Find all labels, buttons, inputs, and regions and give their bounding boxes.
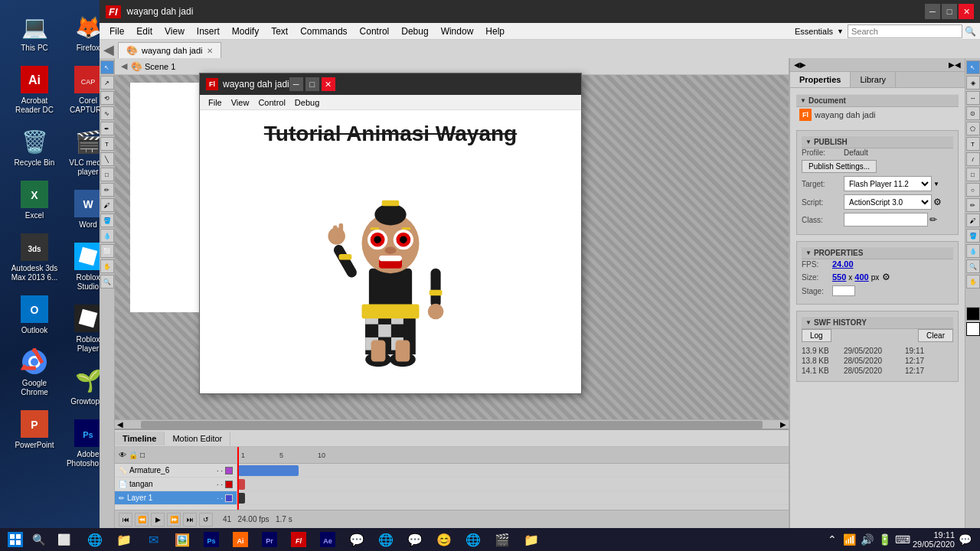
prev-menu-control[interactable]: Control xyxy=(253,96,289,109)
start-button[interactable] xyxy=(4,530,27,549)
right-tool-11[interactable]: 🖌 xyxy=(966,214,980,227)
layer-armature[interactable]: 🦴 Armature_6 · · xyxy=(115,464,237,478)
maximize-button[interactable]: □ xyxy=(942,4,957,19)
taskbar-media[interactable]: 🎬 xyxy=(488,530,516,549)
scroll-thumb[interactable] xyxy=(141,421,763,429)
layer-tangan[interactable]: 📄 tangan · · xyxy=(115,478,237,491)
taskbar-app-ps[interactable]: Ps xyxy=(198,530,225,549)
menu-edit[interactable]: Edit xyxy=(130,24,158,38)
go-to-end-button[interactable]: ⏭ xyxy=(183,513,197,527)
step-back-button[interactable]: ⏪ xyxy=(135,513,149,527)
script-select[interactable]: ActionScript 3.0 xyxy=(844,194,932,210)
taskbar-discord[interactable]: 💬 xyxy=(401,530,429,549)
size-width[interactable]: 550 xyxy=(832,272,846,282)
tangan-eye[interactable]: · xyxy=(217,481,219,488)
line-tool[interactable]: ╲ xyxy=(100,152,114,166)
playhead[interactable] xyxy=(237,447,239,510)
tab-close-button[interactable]: ✕ xyxy=(207,47,213,55)
tray-volume[interactable]: 🔊 xyxy=(860,530,875,549)
publish-settings-button[interactable]: Publish Settings... xyxy=(802,160,877,173)
right-tool-5[interactable]: ⬠ xyxy=(966,122,980,135)
timeline-frames[interactable]: 1 5 10 xyxy=(237,447,789,510)
right-tool-15[interactable]: ✋ xyxy=(966,275,980,289)
document-name-item[interactable]: Fl wayang dah jadi xyxy=(796,107,959,122)
brush-tool[interactable]: 🖌 xyxy=(100,198,114,212)
desktop-icon-this-pc[interactable]: 💻 This PC xyxy=(8,8,61,57)
frame-track-tangan[interactable] xyxy=(237,478,789,491)
tray-notification[interactable]: 💬 xyxy=(957,530,972,549)
right-tool-13[interactable]: 💧 xyxy=(966,244,980,258)
log-button[interactable]: Log xyxy=(802,329,831,342)
scroll-left[interactable]: ◀ xyxy=(115,420,126,429)
panel-expand-right-icon[interactable]: ▶◀ xyxy=(949,60,961,69)
taskbar-search-button[interactable]: 🔍 xyxy=(27,530,50,549)
lasso-tool[interactable]: ∿ xyxy=(100,106,114,120)
layer1-eye[interactable]: · xyxy=(217,494,219,502)
taskbar-browser-2[interactable]: 🌐 xyxy=(459,530,487,549)
tray-up-arrow[interactable]: ⌃ xyxy=(825,530,840,549)
menu-debug[interactable]: Debug xyxy=(395,24,434,38)
foreground-color[interactable] xyxy=(966,307,980,321)
preview-close[interactable]: ✕ xyxy=(322,77,335,91)
taskbar-app-ae[interactable]: Ae xyxy=(314,530,341,549)
loop-button[interactable]: ↺ xyxy=(199,513,213,527)
right-tool-12[interactable]: 🪣 xyxy=(966,229,980,243)
play-button[interactable]: ▶ xyxy=(151,513,165,527)
eraser-tool[interactable]: ⬜ xyxy=(100,244,114,258)
script-settings-icon[interactable]: ⚙ xyxy=(933,197,942,207)
text-tool[interactable]: T xyxy=(100,137,114,151)
desktop-icon-autodesk[interactable]: 3ds Autodesk 3dsMax 2013 6... xyxy=(8,228,61,286)
preview-minimize[interactable]: ─ xyxy=(289,77,303,91)
clear-button[interactable]: Clear xyxy=(918,329,953,342)
panel-collapse-left-icon[interactable]: ◀▶ xyxy=(794,60,806,69)
taskbar-explorer[interactable]: 📁 xyxy=(110,530,138,549)
menu-modify[interactable]: Modify xyxy=(226,24,265,38)
tray-keyboard[interactable]: ⌨ xyxy=(895,530,910,549)
rect-tool[interactable]: □ xyxy=(100,168,114,181)
prev-menu-debug[interactable]: Debug xyxy=(290,96,324,109)
desktop-icon-recycle-bin[interactable]: 🗑️ Recycle Bin xyxy=(8,122,61,171)
taskbar-app-ai[interactable]: Ai xyxy=(227,530,254,549)
taskbar-chrome-app[interactable]: 🌐 xyxy=(372,530,400,549)
close-button[interactable]: ✕ xyxy=(959,4,974,19)
right-select-tool[interactable]: ↖ xyxy=(966,60,980,74)
tab-collapse-left[interactable]: ◀ xyxy=(103,41,114,58)
select-tool[interactable]: ↖ xyxy=(100,60,114,74)
zoom-tool[interactable]: 🔍 xyxy=(100,275,114,289)
right-tool-4[interactable]: ⊙ xyxy=(966,106,980,120)
canvas-hscroll[interactable]: ◀ ▶ xyxy=(115,419,789,429)
taskbar-app-flash[interactable]: Fl xyxy=(285,530,312,549)
right-tool-8[interactable]: □ xyxy=(966,168,980,181)
size-settings-icon[interactable]: ⚙ xyxy=(882,272,890,282)
search-input[interactable] xyxy=(848,24,962,38)
free-transform-tool[interactable]: ⟲ xyxy=(100,91,114,105)
menu-window[interactable]: Window xyxy=(435,24,480,38)
subselect-tool[interactable]: ↗ xyxy=(100,76,114,90)
tab-properties[interactable]: Properties xyxy=(790,72,851,87)
layer-layer1[interactable]: ✏ Layer 1 · · xyxy=(115,491,237,505)
step-forward-button[interactable]: ⏩ xyxy=(167,513,181,527)
pen-tool[interactable]: ✒ xyxy=(100,122,114,135)
menu-help[interactable]: Help xyxy=(479,24,511,38)
tab-motion-editor[interactable]: Motion Editor xyxy=(165,432,230,445)
frame-track-armature[interactable] xyxy=(237,464,789,478)
minimize-button[interactable]: ─ xyxy=(925,4,940,19)
prev-menu-file[interactable]: File xyxy=(204,96,227,109)
armature-lock[interactable]: · xyxy=(220,467,223,474)
tray-battery[interactable]: 🔋 xyxy=(877,530,893,549)
taskbar-folder2[interactable]: 📁 xyxy=(518,530,545,549)
breadcrumb-scene[interactable]: Scene 1 xyxy=(145,62,175,71)
tangan-lock[interactable]: · xyxy=(220,481,223,488)
right-tool-14[interactable]: 🔍 xyxy=(966,259,980,273)
size-height[interactable]: 400 xyxy=(854,272,868,282)
eyedropper-tool[interactable]: 💧 xyxy=(100,229,114,243)
right-tool-10[interactable]: ✏ xyxy=(966,198,980,212)
menu-control[interactable]: Control xyxy=(354,24,396,38)
taskbar-photos[interactable]: 🖼️ xyxy=(168,530,196,549)
taskbar-task-view[interactable]: ⬜ xyxy=(50,530,77,549)
class-edit-icon[interactable]: ✏ xyxy=(929,214,937,225)
class-input[interactable] xyxy=(844,213,928,227)
armature-eye[interactable]: · xyxy=(217,467,219,474)
right-tool-2[interactable]: ◈ xyxy=(966,76,980,90)
desktop-icon-powerpoint[interactable]: P PowerPoint xyxy=(8,405,61,454)
